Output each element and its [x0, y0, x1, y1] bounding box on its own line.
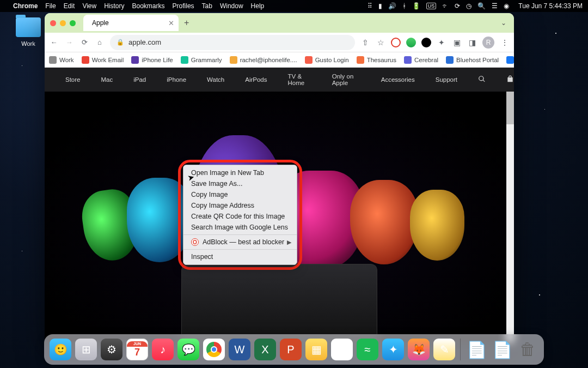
- nav-support[interactable]: Support: [436, 76, 457, 83]
- phone-icon[interactable]: ▮: [378, 2, 382, 10]
- nav-only-on-apple[interactable]: Only on Apple: [332, 73, 360, 86]
- bookmark-rachel-iphonelife-[interactable]: rachel@iphonelife....: [230, 56, 297, 64]
- bookmark-work-email[interactable]: Work Email: [82, 56, 124, 64]
- address-bar[interactable]: 🔒 apple.com: [110, 35, 355, 50]
- browser-tab-active[interactable]: Apple ✕: [83, 15, 179, 31]
- share-button[interactable]: ⇧: [360, 38, 370, 47]
- wifi-icon[interactable]: ᯤ: [442, 2, 449, 10]
- ctx-inspect[interactable]: Inspect: [183, 251, 297, 262]
- profile-avatar[interactable]: R: [482, 37, 494, 49]
- bookmark-label: Bluehost Portal: [456, 57, 499, 63]
- bookmark-thesaurus[interactable]: Thesaurus: [357, 56, 396, 64]
- bookmark-iphone-life[interactable]: iPhone Life: [131, 56, 173, 64]
- dock-settings[interactable]: ⚙: [101, 339, 122, 360]
- bookmark-gusto-login[interactable]: Gusto Login: [305, 56, 349, 64]
- extension-icon-3[interactable]: [421, 38, 431, 47]
- menu-file[interactable]: File: [45, 2, 56, 10]
- siri-icon[interactable]: ◉: [504, 2, 509, 10]
- cast-icon[interactable]: ▣: [452, 38, 462, 47]
- tab-title: Apple: [92, 19, 109, 27]
- back-button[interactable]: ←: [49, 38, 59, 46]
- bookmark-work[interactable]: Work: [49, 56, 74, 64]
- nav-watch[interactable]: Watch: [207, 76, 224, 83]
- page-scrollbar[interactable]: [506, 92, 514, 343]
- volume-icon[interactable]: 🔊: [388, 2, 396, 10]
- dock-launchpad[interactable]: ⊞: [75, 339, 97, 360]
- nav-store[interactable]: Store: [65, 76, 81, 83]
- scrollbar-thumb[interactable]: [506, 92, 514, 124]
- dock-calendar[interactable]: JUN7: [126, 339, 148, 360]
- dock-slack[interactable]: ✱: [331, 339, 353, 360]
- menu-history[interactable]: History: [104, 2, 124, 10]
- dock-doc1[interactable]: 📄: [465, 339, 487, 360]
- ctx-separator-2: [183, 249, 297, 250]
- dock-doc2[interactable]: 📄: [491, 339, 513, 360]
- dock-chrome[interactable]: [203, 339, 225, 360]
- bookmark-grammarly[interactable]: Grammarly: [181, 56, 222, 64]
- nav-iphone[interactable]: iPhone: [167, 76, 186, 83]
- nav-mac[interactable]: Mac: [101, 76, 113, 83]
- menu-view[interactable]: View: [82, 2, 96, 10]
- bookmark-star-button[interactable]: ☆: [376, 38, 385, 47]
- bookmark-facebook[interactable]: Facebook: [506, 56, 514, 64]
- dock-excel[interactable]: X: [254, 339, 276, 360]
- dock-spotify[interactable]: ≈: [357, 339, 378, 360]
- extension-adblock-icon[interactable]: [391, 38, 401, 47]
- dock-notes[interactable]: ✎: [433, 339, 455, 360]
- dock-trash[interactable]: 🗑: [517, 339, 538, 360]
- keyboard-input-icon[interactable]: US: [426, 3, 437, 9]
- home-button[interactable]: ⌂: [95, 38, 105, 46]
- nav-bag-icon[interactable]: [506, 75, 514, 84]
- bookmark-cerebral[interactable]: Cerebral: [404, 56, 438, 64]
- bookmark-bluehost-portal[interactable]: Bluehost Portal: [446, 56, 499, 64]
- chrome-menu-button[interactable]: ⋮: [500, 38, 510, 47]
- menu-tab[interactable]: Tab: [202, 2, 212, 10]
- nav-ipad[interactable]: iPad: [133, 76, 146, 83]
- dock-music[interactable]: ♪: [152, 339, 174, 360]
- clock-icon[interactable]: ◷: [466, 2, 471, 10]
- menu-bookmarks[interactable]: Bookmarks: [132, 2, 165, 10]
- new-tab-button[interactable]: +: [184, 18, 189, 28]
- close-tab-button[interactable]: ✕: [168, 19, 174, 27]
- sync-icon[interactable]: ⟳: [455, 2, 460, 10]
- ctx-create-qr[interactable]: Create QR Code for this Image: [183, 211, 297, 222]
- menu-edit[interactable]: Edit: [64, 2, 75, 10]
- dock-preview[interactable]: ▦: [305, 339, 327, 360]
- menu-window[interactable]: Window: [220, 2, 243, 10]
- dock-messages[interactable]: 💬: [177, 339, 199, 360]
- extensions-puzzle-icon[interactable]: ✦: [437, 38, 446, 47]
- tab-list-button[interactable]: ⌄: [501, 19, 506, 27]
- sidepanel-icon[interactable]: ◨: [467, 38, 477, 47]
- ctx-search-google-lens[interactable]: Search Image with Google Lens: [183, 222, 297, 233]
- dock-powerpoint[interactable]: P: [280, 339, 302, 360]
- maximize-window-button[interactable]: [70, 20, 76, 26]
- nav-accessories[interactable]: Accessories: [381, 76, 415, 83]
- reload-button[interactable]: ⟳: [79, 38, 89, 46]
- control-center-icon[interactable]: ☰: [492, 2, 498, 10]
- spotlight-icon[interactable]: 🔍: [477, 2, 486, 10]
- battery-icon[interactable]: 🔋: [412, 2, 420, 10]
- dock-finder[interactable]: 🙂: [50, 339, 71, 360]
- extension-icon-2[interactable]: [406, 38, 416, 47]
- ctx-adblock[interactable]: O AdBlock — best ad blocker ▶: [183, 237, 297, 248]
- app-name[interactable]: Chrome: [13, 2, 38, 10]
- ctx-open-image-new-tab[interactable]: Open Image in New Tab: [183, 167, 297, 178]
- nav-tv-home[interactable]: TV & Home: [288, 73, 311, 86]
- bluetooth-icon[interactable]: ᚼ: [402, 2, 406, 10]
- menu-help[interactable]: Help: [251, 2, 265, 10]
- menu-profiles[interactable]: Profiles: [173, 2, 194, 10]
- ctx-copy-image[interactable]: Copy Image: [183, 189, 297, 200]
- ctx-save-image-as[interactable]: Save Image As...: [183, 178, 297, 189]
- lock-icon[interactable]: 🔒: [117, 39, 124, 46]
- nav-search-icon[interactable]: [478, 75, 486, 84]
- menu-clock[interactable]: Tue Jun 7 5:44:33 PM: [518, 2, 583, 10]
- dock-word[interactable]: W: [229, 339, 250, 360]
- dock-firefox[interactable]: 🦊: [408, 339, 430, 360]
- nav-airpods[interactable]: AirPods: [245, 76, 267, 83]
- close-window-button[interactable]: [50, 20, 56, 26]
- dock-safari[interactable]: ✦: [382, 339, 404, 360]
- desktop-folder-work[interactable]: Work: [12, 17, 45, 47]
- minimize-window-button[interactable]: [60, 20, 66, 26]
- dropbox-icon[interactable]: ⠿: [367, 2, 372, 10]
- ctx-copy-image-address[interactable]: Copy Image Address: [183, 200, 297, 211]
